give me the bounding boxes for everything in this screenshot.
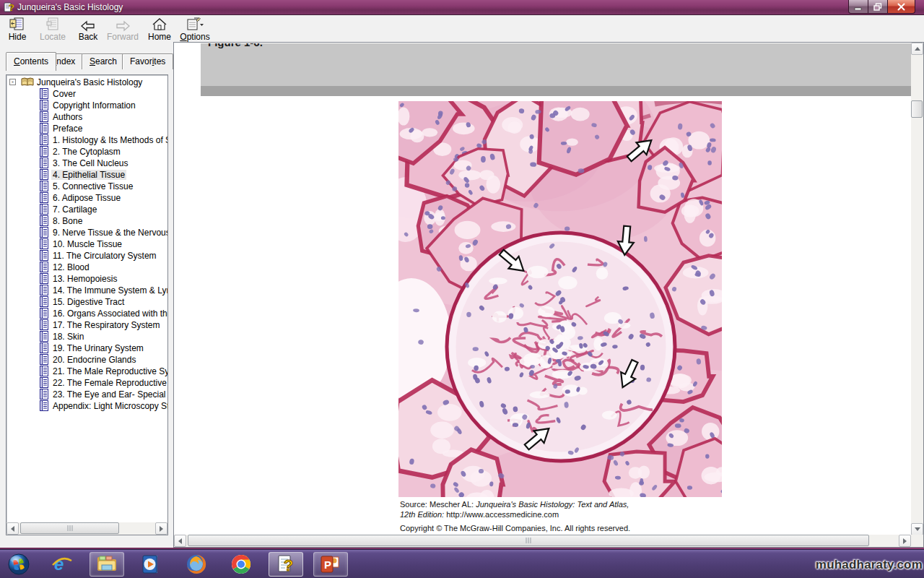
collapse-icon[interactable]: -: [9, 79, 16, 85]
tree-root-item[interactable]: -Junqueira's Basic Histology: [6, 77, 167, 88]
topic-page-icon: [40, 331, 48, 342]
tree-horizontal-scrollbar[interactable]: [6, 522, 167, 535]
tree-item[interactable]: 21. The Male Reproductive Syste: [6, 366, 167, 377]
svg-text:e: e: [54, 554, 64, 574]
tree-item[interactable]: Preface: [6, 123, 167, 134]
tree-item[interactable]: 5. Connective Tissue: [6, 181, 167, 192]
options-icon: [179, 17, 211, 32]
topic-page-icon: [40, 169, 48, 180]
tree-item-label: Appendix: Light Microscopy Stain: [51, 401, 168, 411]
svg-text:?: ?: [284, 556, 293, 574]
tree-item[interactable]: 8. Bone: [6, 215, 167, 227]
tree-item[interactable]: 13. Hemopoiesis: [6, 273, 167, 285]
tree-item[interactable]: 23. The Eye and Ear- Special Se: [6, 389, 167, 400]
topic-page: Figure 1-6. Source: Mescher AL: Junqueir…: [175, 43, 912, 535]
taskbar-powerpoint[interactable]: P: [313, 552, 348, 577]
taskbar-internet-explorer[interactable]: e: [45, 552, 79, 577]
folder-icon: [96, 553, 118, 575]
tree-item-label: 6. Adipose Tissue: [51, 193, 122, 203]
help-book-icon: ?: [4, 1, 15, 13]
scroll-left-button[interactable]: [6, 522, 19, 535]
scroll-left-button[interactable]: [174, 535, 186, 547]
topic-page-icon: [40, 134, 48, 145]
tree-item[interactable]: 18. Skin: [6, 331, 167, 342]
topic-page-icon: [40, 342, 48, 353]
tree-item[interactable]: 15. Digestive Tract: [6, 296, 167, 308]
topic-page-icon: [40, 204, 48, 215]
topic-page-icon: [40, 158, 48, 168]
tab-search[interactable]: Search: [82, 53, 125, 69]
tree-item[interactable]: 20. Endocrine Glands: [6, 354, 167, 366]
tree-item[interactable]: Copyright Information: [6, 100, 167, 111]
topic-page-icon: [40, 319, 48, 330]
tree-item[interactable]: 6. Adipose Tissue: [6, 192, 167, 204]
firefox-icon: [186, 553, 207, 575]
options-button[interactable]: Options: [179, 17, 211, 43]
home-button[interactable]: Home: [146, 17, 173, 43]
scroll-down-button[interactable]: [911, 523, 923, 535]
tree-item[interactable]: 22. The Female Reproductive Sy: [6, 377, 167, 389]
tree-item-label: 20. Endocrine Glands: [51, 355, 137, 365]
scroll-up-button[interactable]: [911, 43, 923, 55]
taskbar-firefox[interactable]: [179, 552, 214, 577]
taskbar-chrome[interactable]: [224, 552, 258, 577]
tree-item[interactable]: 2. The Cytoplasm: [6, 146, 167, 158]
start-button[interactable]: [1, 552, 36, 577]
close-button[interactable]: [888, 0, 915, 14]
content-vertical-scrollbar[interactable]: [911, 43, 923, 535]
tree-item[interactable]: 12. Blood: [6, 262, 167, 273]
tree-item[interactable]: 16. Organs Associated with the Di: [6, 308, 167, 319]
taskbar-html-help[interactable]: ?: [269, 552, 303, 577]
topic-page-icon: [40, 238, 48, 249]
tree-item[interactable]: 7. Cartilage: [6, 204, 167, 215]
restore-button[interactable]: [868, 0, 888, 14]
help-viewer-window: ? Junqueira's Basic Histology: [0, 0, 924, 549]
tree-item-label: 7. Cartilage: [51, 204, 98, 215]
topic-page-icon: [40, 215, 48, 226]
toolbar: Hide Locate Back: [0, 15, 924, 43]
tree-item[interactable]: 19. The Urinary System: [6, 342, 167, 354]
tree-item[interactable]: Cover: [6, 88, 167, 100]
figure-divider-bar: [201, 86, 912, 96]
taskbar-windows-explorer[interactable]: [90, 552, 124, 577]
tree-item[interactable]: 10. Muscle Tissue: [6, 238, 167, 250]
topic-page-icon: [40, 296, 48, 307]
tree-item-label: 11. The Circulatory System: [51, 251, 158, 261]
locate-icon: [38, 17, 68, 32]
tree-root-label: Junqueira's Basic Histology: [35, 77, 144, 87]
tree-item[interactable]: Authors: [6, 111, 167, 123]
topic-page-icon: [40, 88, 48, 99]
topic-page-icon: [40, 123, 48, 134]
topic-page-icon: [40, 111, 48, 122]
scroll-right-button[interactable]: [899, 535, 911, 547]
tree-item-label: 23. The Eye and Ear- Special Se: [51, 389, 168, 400]
minimize-button[interactable]: [848, 0, 868, 14]
back-button[interactable]: Back: [75, 17, 101, 43]
tree-scroll-thumb[interactable]: [20, 522, 119, 534]
tree-item[interactable]: 17. The Respiratory System: [6, 319, 167, 331]
tree-item-label: 13. Hemopoiesis: [51, 274, 118, 284]
titlebar[interactable]: ? Junqueira's Basic Histology: [0, 0, 924, 15]
histology-micrograph: [398, 101, 722, 497]
hide-button[interactable]: Hide: [4, 17, 30, 43]
tree-item[interactable]: 9. Nerve Tissue & the Nervous Sys: [6, 227, 167, 238]
topic-page-icon: [40, 366, 48, 376]
tab-contents[interactable]: Contents: [6, 52, 56, 71]
tree-item[interactable]: 14. The Immune System & Lympho: [6, 285, 167, 296]
tree-item[interactable]: 4. Epithelial Tissue: [6, 169, 167, 181]
tree-item[interactable]: 1. Histology & Its Methods of Study: [6, 134, 167, 146]
tree-item-label: 3. The Cell Nucleus: [51, 158, 130, 168]
forward-arrow-icon: [105, 17, 140, 32]
tree-item[interactable]: 11. The Circulatory System: [6, 250, 167, 262]
navigation-panel: Contents Index Search Favorites -Junquei…: [0, 43, 173, 549]
content-vscroll-thumb[interactable]: [911, 100, 923, 118]
scroll-right-button[interactable]: [155, 522, 167, 535]
content-horizontal-scrollbar[interactable]: [174, 535, 911, 547]
content-hscroll-thumb[interactable]: [188, 535, 869, 546]
copyright-line: Copyright © The McGraw-Hill Companies, I…: [400, 523, 630, 533]
tree-item[interactable]: Appendix: Light Microscopy Stain: [6, 400, 167, 412]
tree-item[interactable]: 3. The Cell Nucleus: [6, 158, 167, 169]
taskbar-media-player[interactable]: [134, 552, 169, 577]
tree-item-label: 5. Connective Tissue: [51, 181, 134, 191]
tab-favorites[interactable]: Favorites: [122, 53, 173, 69]
